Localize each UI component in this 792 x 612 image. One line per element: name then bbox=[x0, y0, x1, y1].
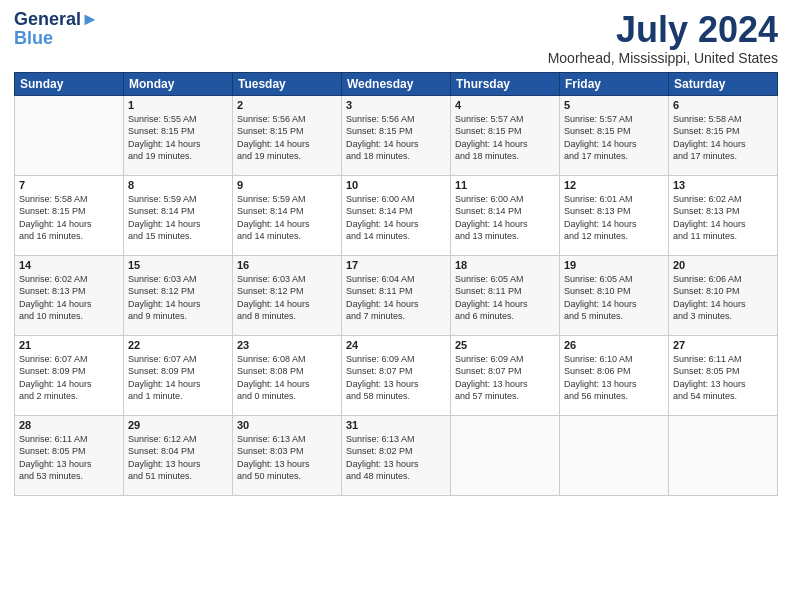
calendar-cell: 5Sunrise: 5:57 AM Sunset: 8:15 PM Daylig… bbox=[560, 95, 669, 175]
calendar-cell: 21Sunrise: 6:07 AM Sunset: 8:09 PM Dayli… bbox=[15, 335, 124, 415]
day-info: Sunrise: 5:55 AM Sunset: 8:15 PM Dayligh… bbox=[128, 113, 228, 163]
day-info: Sunrise: 6:02 AM Sunset: 8:13 PM Dayligh… bbox=[19, 273, 119, 323]
calendar-cell bbox=[451, 415, 560, 495]
calendar-cell: 3Sunrise: 5:56 AM Sunset: 8:15 PM Daylig… bbox=[342, 95, 451, 175]
calendar-day-header: Friday bbox=[560, 72, 669, 95]
month-title: July 2024 bbox=[548, 10, 778, 50]
day-number: 8 bbox=[128, 179, 228, 191]
calendar-week-row: 1Sunrise: 5:55 AM Sunset: 8:15 PM Daylig… bbox=[15, 95, 778, 175]
calendar-cell bbox=[669, 415, 778, 495]
calendar-day-header: Monday bbox=[124, 72, 233, 95]
calendar-cell: 19Sunrise: 6:05 AM Sunset: 8:10 PM Dayli… bbox=[560, 255, 669, 335]
day-info: Sunrise: 6:02 AM Sunset: 8:13 PM Dayligh… bbox=[673, 193, 773, 243]
day-info: Sunrise: 6:04 AM Sunset: 8:11 PM Dayligh… bbox=[346, 273, 446, 323]
calendar-cell: 8Sunrise: 5:59 AM Sunset: 8:14 PM Daylig… bbox=[124, 175, 233, 255]
calendar-cell: 9Sunrise: 5:59 AM Sunset: 8:14 PM Daylig… bbox=[233, 175, 342, 255]
day-info: Sunrise: 6:07 AM Sunset: 8:09 PM Dayligh… bbox=[128, 353, 228, 403]
page: General► Blue July 2024 Moorhead, Missis… bbox=[0, 0, 792, 612]
calendar-day-header: Sunday bbox=[15, 72, 124, 95]
day-number: 2 bbox=[237, 99, 337, 111]
day-number: 24 bbox=[346, 339, 446, 351]
day-number: 30 bbox=[237, 419, 337, 431]
calendar-cell: 28Sunrise: 6:11 AM Sunset: 8:05 PM Dayli… bbox=[15, 415, 124, 495]
calendar-week-row: 14Sunrise: 6:02 AM Sunset: 8:13 PM Dayli… bbox=[15, 255, 778, 335]
day-number: 25 bbox=[455, 339, 555, 351]
calendar-cell: 11Sunrise: 6:00 AM Sunset: 8:14 PM Dayli… bbox=[451, 175, 560, 255]
day-info: Sunrise: 5:56 AM Sunset: 8:15 PM Dayligh… bbox=[237, 113, 337, 163]
calendar-cell: 16Sunrise: 6:03 AM Sunset: 8:12 PM Dayli… bbox=[233, 255, 342, 335]
day-info: Sunrise: 5:58 AM Sunset: 8:15 PM Dayligh… bbox=[673, 113, 773, 163]
calendar-cell: 1Sunrise: 5:55 AM Sunset: 8:15 PM Daylig… bbox=[124, 95, 233, 175]
day-number: 11 bbox=[455, 179, 555, 191]
day-number: 29 bbox=[128, 419, 228, 431]
day-info: Sunrise: 6:00 AM Sunset: 8:14 PM Dayligh… bbox=[346, 193, 446, 243]
calendar-cell: 27Sunrise: 6:11 AM Sunset: 8:05 PM Dayli… bbox=[669, 335, 778, 415]
calendar-cell: 7Sunrise: 5:58 AM Sunset: 8:15 PM Daylig… bbox=[15, 175, 124, 255]
day-info: Sunrise: 6:13 AM Sunset: 8:02 PM Dayligh… bbox=[346, 433, 446, 483]
calendar-cell: 29Sunrise: 6:12 AM Sunset: 8:04 PM Dayli… bbox=[124, 415, 233, 495]
calendar-cell: 10Sunrise: 6:00 AM Sunset: 8:14 PM Dayli… bbox=[342, 175, 451, 255]
calendar-cell: 30Sunrise: 6:13 AM Sunset: 8:03 PM Dayli… bbox=[233, 415, 342, 495]
day-number: 5 bbox=[564, 99, 664, 111]
calendar-cell: 17Sunrise: 6:04 AM Sunset: 8:11 PM Dayli… bbox=[342, 255, 451, 335]
calendar-cell bbox=[15, 95, 124, 175]
logo-blue: Blue bbox=[14, 28, 53, 49]
day-info: Sunrise: 6:08 AM Sunset: 8:08 PM Dayligh… bbox=[237, 353, 337, 403]
day-info: Sunrise: 5:58 AM Sunset: 8:15 PM Dayligh… bbox=[19, 193, 119, 243]
calendar-day-header: Saturday bbox=[669, 72, 778, 95]
day-info: Sunrise: 6:12 AM Sunset: 8:04 PM Dayligh… bbox=[128, 433, 228, 483]
day-number: 17 bbox=[346, 259, 446, 271]
calendar-cell: 25Sunrise: 6:09 AM Sunset: 8:07 PM Dayli… bbox=[451, 335, 560, 415]
calendar-week-row: 21Sunrise: 6:07 AM Sunset: 8:09 PM Dayli… bbox=[15, 335, 778, 415]
day-number: 4 bbox=[455, 99, 555, 111]
calendar-cell bbox=[560, 415, 669, 495]
calendar-week-row: 28Sunrise: 6:11 AM Sunset: 8:05 PM Dayli… bbox=[15, 415, 778, 495]
day-number: 12 bbox=[564, 179, 664, 191]
day-number: 31 bbox=[346, 419, 446, 431]
day-number: 6 bbox=[673, 99, 773, 111]
day-info: Sunrise: 6:07 AM Sunset: 8:09 PM Dayligh… bbox=[19, 353, 119, 403]
day-info: Sunrise: 6:10 AM Sunset: 8:06 PM Dayligh… bbox=[564, 353, 664, 403]
day-number: 22 bbox=[128, 339, 228, 351]
calendar-cell: 20Sunrise: 6:06 AM Sunset: 8:10 PM Dayli… bbox=[669, 255, 778, 335]
header: General► Blue July 2024 Moorhead, Missis… bbox=[14, 10, 778, 66]
calendar-cell: 12Sunrise: 6:01 AM Sunset: 8:13 PM Dayli… bbox=[560, 175, 669, 255]
day-number: 15 bbox=[128, 259, 228, 271]
day-info: Sunrise: 6:13 AM Sunset: 8:03 PM Dayligh… bbox=[237, 433, 337, 483]
day-info: Sunrise: 6:03 AM Sunset: 8:12 PM Dayligh… bbox=[128, 273, 228, 323]
day-info: Sunrise: 6:00 AM Sunset: 8:14 PM Dayligh… bbox=[455, 193, 555, 243]
day-info: Sunrise: 6:06 AM Sunset: 8:10 PM Dayligh… bbox=[673, 273, 773, 323]
day-number: 7 bbox=[19, 179, 119, 191]
day-info: Sunrise: 5:56 AM Sunset: 8:15 PM Dayligh… bbox=[346, 113, 446, 163]
calendar-cell: 23Sunrise: 6:08 AM Sunset: 8:08 PM Dayli… bbox=[233, 335, 342, 415]
calendar-week-row: 7Sunrise: 5:58 AM Sunset: 8:15 PM Daylig… bbox=[15, 175, 778, 255]
calendar-cell: 13Sunrise: 6:02 AM Sunset: 8:13 PM Dayli… bbox=[669, 175, 778, 255]
calendar-table: SundayMondayTuesdayWednesdayThursdayFrid… bbox=[14, 72, 778, 496]
day-info: Sunrise: 5:59 AM Sunset: 8:14 PM Dayligh… bbox=[128, 193, 228, 243]
calendar-day-header: Tuesday bbox=[233, 72, 342, 95]
day-number: 28 bbox=[19, 419, 119, 431]
day-number: 14 bbox=[19, 259, 119, 271]
day-number: 18 bbox=[455, 259, 555, 271]
calendar-cell: 22Sunrise: 6:07 AM Sunset: 8:09 PM Dayli… bbox=[124, 335, 233, 415]
day-info: Sunrise: 6:11 AM Sunset: 8:05 PM Dayligh… bbox=[19, 433, 119, 483]
day-info: Sunrise: 6:01 AM Sunset: 8:13 PM Dayligh… bbox=[564, 193, 664, 243]
day-number: 13 bbox=[673, 179, 773, 191]
day-number: 3 bbox=[346, 99, 446, 111]
calendar-cell: 2Sunrise: 5:56 AM Sunset: 8:15 PM Daylig… bbox=[233, 95, 342, 175]
day-number: 10 bbox=[346, 179, 446, 191]
day-info: Sunrise: 5:59 AM Sunset: 8:14 PM Dayligh… bbox=[237, 193, 337, 243]
day-number: 9 bbox=[237, 179, 337, 191]
day-number: 1 bbox=[128, 99, 228, 111]
day-number: 16 bbox=[237, 259, 337, 271]
calendar-cell: 4Sunrise: 5:57 AM Sunset: 8:15 PM Daylig… bbox=[451, 95, 560, 175]
day-number: 19 bbox=[564, 259, 664, 271]
calendar-cell: 6Sunrise: 5:58 AM Sunset: 8:15 PM Daylig… bbox=[669, 95, 778, 175]
day-info: Sunrise: 6:05 AM Sunset: 8:10 PM Dayligh… bbox=[564, 273, 664, 323]
day-info: Sunrise: 6:09 AM Sunset: 8:07 PM Dayligh… bbox=[455, 353, 555, 403]
day-number: 26 bbox=[564, 339, 664, 351]
location: Moorhead, Mississippi, United States bbox=[548, 50, 778, 66]
calendar-cell: 15Sunrise: 6:03 AM Sunset: 8:12 PM Dayli… bbox=[124, 255, 233, 335]
day-info: Sunrise: 5:57 AM Sunset: 8:15 PM Dayligh… bbox=[455, 113, 555, 163]
calendar-header-row: SundayMondayTuesdayWednesdayThursdayFrid… bbox=[15, 72, 778, 95]
